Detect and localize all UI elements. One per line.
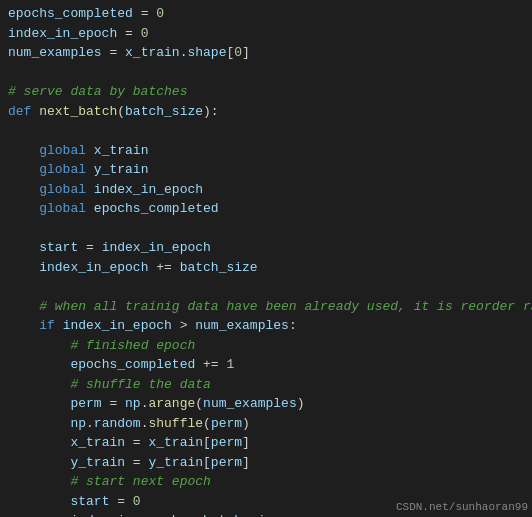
code-line-22: np.random.shuffle(perm) <box>8 414 524 434</box>
code-line-3: num_examples = x_train.shape[0] <box>8 43 524 63</box>
code-line-14: index_in_epoch += batch_size <box>8 258 524 278</box>
code-line-8: global x_train <box>8 141 524 161</box>
code-line-21: perm = np.arange(num_examples) <box>8 394 524 414</box>
code-line-10: global index_in_epoch <box>8 180 524 200</box>
code-line-20: # shuffle the data <box>8 375 524 395</box>
code-line-18: # finished epoch <box>8 336 524 356</box>
code-line-17: if index_in_epoch > num_examples: <box>8 316 524 336</box>
code-line-9: global y_train <box>8 160 524 180</box>
code-line-15 <box>8 277 524 297</box>
code-line-6: def next_batch(batch_size): <box>8 102 524 122</box>
code-line-5: # serve data by batches <box>8 82 524 102</box>
code-line-2: index_in_epoch = 0 <box>8 24 524 44</box>
code-line-4 <box>8 63 524 83</box>
code-line-7 <box>8 121 524 141</box>
code-editor: epochs_completed = 0 index_in_epoch = 0 … <box>0 0 532 517</box>
code-line-1: epochs_completed = 0 <box>8 4 524 24</box>
code-line-25: # start next epoch <box>8 472 524 492</box>
code-line-13: start = index_in_epoch <box>8 238 524 258</box>
code-line-23: x_train = x_train[perm] <box>8 433 524 453</box>
watermark: CSDN.net/sunhaoran99 <box>396 499 528 516</box>
code-line-24: y_train = y_train[perm] <box>8 453 524 473</box>
code-line-16: # when all trainig data have been alread… <box>8 297 524 317</box>
code-line-19: epochs_completed += 1 <box>8 355 524 375</box>
code-line-12 <box>8 219 524 239</box>
code-line-11: global epochs_completed <box>8 199 524 219</box>
